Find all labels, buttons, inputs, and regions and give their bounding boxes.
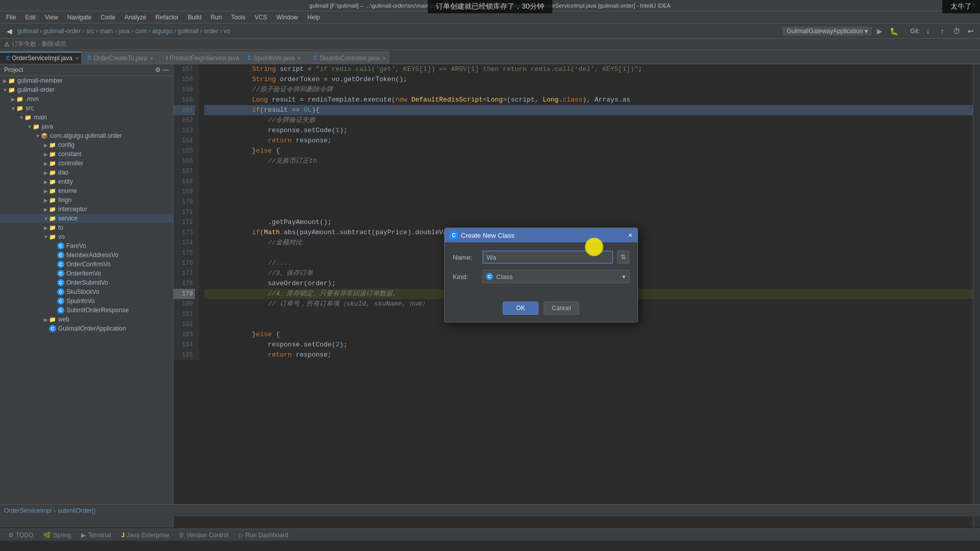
dialog-kind-row: Kind: C Class ▾ xyxy=(453,270,629,283)
run-button[interactable]: ▶ xyxy=(874,25,886,37)
menu-run[interactable]: Run xyxy=(207,13,226,22)
tree-submitorderresponse[interactable]: C SubmitOrderResponse xyxy=(0,306,173,315)
menu-view[interactable]: View xyxy=(41,13,62,22)
menu-help[interactable]: Help xyxy=(303,13,324,22)
arrow-interceptor: ▶ xyxy=(43,207,49,212)
git-update[interactable]: ↓ xyxy=(922,25,934,37)
tree-orderconfirmvo[interactable]: C OrderConfirmVo xyxy=(0,260,173,269)
tab-todo[interactable]: ⚙ TODO xyxy=(4,531,37,540)
dialog-sort-button[interactable]: ⇅ xyxy=(617,251,629,264)
menu-code[interactable]: Code xyxy=(96,13,119,22)
git-rollback[interactable]: ↩ xyxy=(965,25,977,37)
git-push[interactable]: ↑ xyxy=(936,25,948,37)
tree-skustockvo[interactable]: C SkuStockVo xyxy=(0,287,173,296)
tab-orderserviceimpl[interactable]: C OrderServiceImpl.java × xyxy=(0,52,82,64)
folder-icon-main: 📁 xyxy=(24,114,32,121)
menu-navigate[interactable]: Navigate xyxy=(63,13,95,22)
tree-ordersubmitvo[interactable]: C OrderSubmitVo xyxy=(0,278,173,287)
folder-icon-config: 📁 xyxy=(49,142,56,148)
project-header: Project ⚙ — xyxy=(0,64,173,76)
folder-icon-mvn: 📁 xyxy=(16,96,23,103)
folder-icon-to: 📁 xyxy=(49,224,56,231)
tab-spring[interactable]: 🌿 Spring xyxy=(39,531,75,540)
dialog-buttons: OK Cancel xyxy=(445,297,638,322)
tree-farevo[interactable]: C FareVo xyxy=(0,241,173,251)
tree-src[interactable]: ▼ 📁 src xyxy=(0,104,173,113)
tree-constant[interactable]: ▶ 📁 constant xyxy=(0,149,173,159)
menu-vcs[interactable]: VCS xyxy=(251,13,272,22)
dialog-title-bar[interactable]: C Create New Class × xyxy=(445,228,638,242)
arrow-entity: ▶ xyxy=(43,179,49,185)
label-ordersubmitvo: OrderSubmitVo xyxy=(66,279,108,286)
tree-java[interactable]: ▼ 📁 java xyxy=(0,122,173,131)
label-orderconfirmvo: OrderConfirmVo xyxy=(66,261,111,268)
tab-close-skuinfocontroller[interactable]: × xyxy=(382,55,385,61)
top-notification-right: 太牛了 xyxy=(942,0,980,13)
tree-spuinfovo[interactable]: C SpuInfoVo xyxy=(0,296,173,306)
tab-terminal[interactable]: ▶ Terminal xyxy=(77,531,115,540)
dialog-close-icon[interactable]: × xyxy=(628,231,632,239)
tree-config[interactable]: ▶ 📁 config xyxy=(0,140,173,149)
label-web: web xyxy=(58,316,69,323)
tree-interceptor[interactable]: ▶ 📁 interceptor xyxy=(0,205,173,214)
back-button[interactable]: ◀ xyxy=(3,25,15,37)
tree-dao[interactable]: ▶ 📁 dao xyxy=(0,168,173,177)
class-icon-skustockvo: C xyxy=(57,288,64,295)
arrow-service: ▼ xyxy=(43,216,49,221)
tree-to[interactable]: ▶ 📁 to xyxy=(0,223,173,232)
tab-spuinfovo[interactable]: C SpuInfoVo.java × xyxy=(241,52,307,64)
tree-main[interactable]: ▼ 📁 main xyxy=(0,113,173,122)
tab-productfeignservice[interactable]: I ProductFeignService.java × xyxy=(160,52,241,64)
class-icon-submitorderresponse: C xyxy=(57,307,64,314)
project-collapse[interactable]: — xyxy=(163,66,169,73)
label-constant: constant xyxy=(58,151,81,158)
menu-tools[interactable]: Tools xyxy=(227,13,250,22)
label-java: java xyxy=(42,123,53,130)
tab-java-enterprise[interactable]: J Java Enterprise xyxy=(117,531,174,540)
menu-build[interactable]: Build xyxy=(184,13,206,22)
tree-service[interactable]: ▼ 📁 service xyxy=(0,214,173,223)
tab-close-ordercreateto[interactable]: × xyxy=(150,55,153,61)
dialog-ok-button[interactable]: OK xyxy=(503,302,538,315)
tree-gulimall-order[interactable]: ▼ 📁 gulimall-order xyxy=(0,85,173,94)
git-history[interactable]: ⏱ xyxy=(950,25,963,37)
tree-gulimallorderapplication[interactable]: C GulimallOrderApplication xyxy=(0,324,173,333)
dialog-kind-dropdown[interactable]: C Class ▾ xyxy=(482,270,629,283)
tab-skuinfocontroller[interactable]: C SkuInfoController.java × xyxy=(308,52,389,64)
tree-web[interactable]: ▶ 📁 web xyxy=(0,315,173,324)
terminal-label: Terminal xyxy=(88,532,111,539)
tree-controller[interactable]: ▶ 📁 controller xyxy=(0,159,173,168)
tree-mvn[interactable]: ▶ 📁 .mvn xyxy=(0,94,173,104)
tree-enume[interactable]: ▶ 📁 enume xyxy=(0,186,173,195)
label-dao: dao xyxy=(58,169,68,176)
debug-button[interactable]: 🐛 xyxy=(888,25,900,37)
tree-feign[interactable]: ▶ 📁 feign xyxy=(0,195,173,205)
dialog-name-input[interactable] xyxy=(482,251,613,264)
tab-run-dashboard[interactable]: ▷ Run Dashboard xyxy=(235,531,292,540)
menu-refactor[interactable]: Refactor xyxy=(152,13,183,22)
folder-icon: 📁 xyxy=(8,78,15,84)
tree-orderitemvo[interactable]: C OrderItemVo xyxy=(0,269,173,278)
tab-version-control[interactable]: 9: Version Control xyxy=(176,531,233,540)
folder-icon-constant: 📁 xyxy=(49,151,56,158)
label-gulimallorderapplication: GulimallOrderApplication xyxy=(58,325,126,332)
menu-analyze[interactable]: Analyze xyxy=(120,13,151,22)
menu-edit[interactable]: Edit xyxy=(21,13,40,22)
project-settings[interactable]: ⚙ xyxy=(155,66,161,73)
todo-icon: ⚙ xyxy=(8,532,14,539)
tree-memberaddressvo[interactable]: C MemberAddressVo xyxy=(0,251,173,260)
arrow-gulimall-order: ▼ xyxy=(2,87,8,93)
tree-entity[interactable]: ▶ 📁 entity xyxy=(0,177,173,186)
tree-vo[interactable]: ▼ 📁 vo xyxy=(0,232,173,241)
arrow-web: ▶ xyxy=(43,317,49,322)
menu-window[interactable]: Window xyxy=(272,13,302,22)
tab-close-spuinfovo[interactable]: × xyxy=(298,55,301,61)
dialog-cancel-button[interactable]: Cancel xyxy=(544,302,579,315)
tab-ordercreateto[interactable]: C OrderCreateTo.java × xyxy=(82,52,160,64)
run-config-dropdown[interactable]: GulimallGatewayApplication ▾ xyxy=(782,27,872,36)
tree-gulimall-member[interactable]: ▶ 📁 gulimall-member xyxy=(0,76,173,85)
tab-close-orderserviceimpl[interactable]: × xyxy=(76,55,79,61)
folder-icon-feign: 📁 xyxy=(49,197,56,204)
tree-package[interactable]: ▼ 📦 com.atguigu.gulimall.order xyxy=(0,131,173,140)
menu-file[interactable]: File xyxy=(2,13,20,22)
